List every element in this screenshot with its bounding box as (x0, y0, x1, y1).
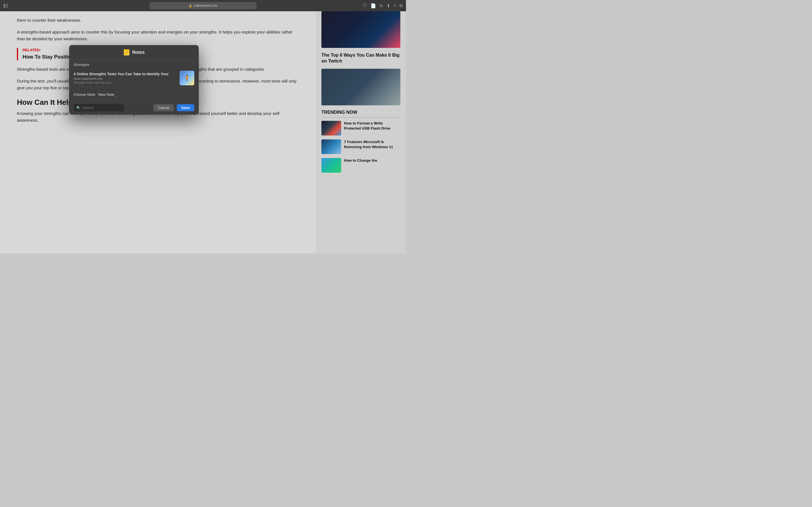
sidebar: The Top 6 Ways You Can Make It Big on Tw… (316, 11, 406, 253)
trending-heading: TRENDING NOW (321, 110, 400, 117)
list-item: How to Format a Write Protected USB Flas… (321, 121, 400, 135)
dialog-title: Notes (132, 50, 145, 55)
reload-button[interactable]: ↻ (379, 3, 383, 8)
dialog-body: Strengths 4 Online Strengths Tests You C… (69, 60, 199, 114)
note-thumb-image: 🧍 (180, 71, 194, 86)
choose-note-value: New Note (98, 93, 114, 97)
trending-thumb-1 (321, 139, 341, 154)
reader-icon[interactable]: 📄 (370, 3, 376, 8)
trending-thumb-0 (321, 121, 341, 135)
article-paragraph-2: A strengths-based approach aims to count… (17, 29, 299, 42)
trending-title-2: How to Change the (344, 158, 377, 173)
browser-actions: 🛡 📄 ↻ ⬆ + ⧉ (363, 3, 403, 8)
browser-chrome: ‹ › 🔒 makeuseof.com 🛡 📄 ↻ ⬆ + ⧉ (0, 0, 406, 11)
svg-rect-8 (124, 54, 128, 54)
choose-note-row: Choose Note: New Note ⌃⌄ (69, 88, 199, 101)
forward-button[interactable]: › (18, 3, 24, 9)
svg-rect-3 (6, 7, 8, 8)
notes-dialog: Notes Strengths 4 Online Strengths Tests… (69, 45, 199, 114)
trending-title-0: How to Format a Write Protected USB Flas… (344, 121, 400, 135)
browser-controls: ‹ › (3, 3, 24, 9)
shield-icon: 🛡 (363, 3, 367, 8)
trending-thumb-2 (321, 158, 341, 173)
search-wrapper: 🔍 (73, 104, 124, 112)
list-item: 7 Features Microsoft Is Removing from Wi… (321, 139, 400, 154)
search-icon: 🔍 (77, 106, 81, 110)
dialog-buttons: Cancel Save (153, 104, 194, 111)
choose-note-dropdown[interactable]: New Note ⌃⌄ (98, 91, 118, 98)
lock-icon: 🔒 (189, 4, 192, 7)
trending-title-1: 7 Features Microsoft Is Removing from Wi… (344, 139, 400, 154)
back-button[interactable]: ‹ (10, 3, 16, 9)
svg-rect-6 (124, 52, 129, 52)
note-url: www.makeuseof.com (73, 77, 176, 80)
note-text: 4 Online Strengths Tests You Can Take to… (73, 72, 176, 84)
sidebar-article-image-2 (321, 69, 400, 105)
sidebar-article-image (321, 11, 400, 48)
svg-rect-1 (6, 4, 8, 4)
choose-note-label: Choose Note: (73, 93, 96, 97)
share-icon[interactable]: ⬆ (387, 3, 390, 8)
svg-rect-2 (6, 5, 8, 6)
notes-icon (123, 49, 130, 56)
svg-rect-5 (124, 49, 130, 50)
svg-rect-7 (124, 53, 129, 53)
note-item: 4 Online Strengths Tests You Can Take to… (69, 68, 199, 88)
article-paragraph-1: them to counter their weaknesses. (17, 17, 299, 24)
notes-app-icon (123, 49, 130, 56)
note-thumbnail: 🧍 (180, 71, 194, 86)
note-title: 4 Online Strengths Tests You Can Take to… (73, 72, 176, 76)
dialog-header: Notes (69, 45, 199, 60)
sidebar-article-title: The Top 6 Ways You Can Make It Big on Tw… (321, 52, 400, 64)
save-button[interactable]: Save (177, 104, 194, 111)
list-item: How to Change the (321, 158, 400, 173)
main-layout: them to counter their weaknesses. A stre… (0, 11, 406, 253)
cancel-button[interactable]: Cancel (153, 104, 174, 111)
note-preview: Strength tests can help you (73, 81, 176, 84)
address-bar[interactable]: 🔒 makeuseof.com (149, 2, 257, 9)
svg-rect-0 (4, 4, 5, 8)
new-tab-button[interactable]: + (394, 3, 396, 8)
chevron-up-down-icon: ⌃⌄ (116, 91, 118, 98)
search-and-buttons-row: 🔍 Cancel Save (69, 101, 199, 114)
sidebar-toggle-button[interactable] (3, 4, 8, 8)
url-text: makeuseof.com (194, 4, 218, 8)
tab-overview-button[interactable]: ⧉ (400, 3, 403, 8)
notes-folder-label: Strengths (69, 60, 199, 68)
search-input[interactable] (82, 106, 121, 110)
